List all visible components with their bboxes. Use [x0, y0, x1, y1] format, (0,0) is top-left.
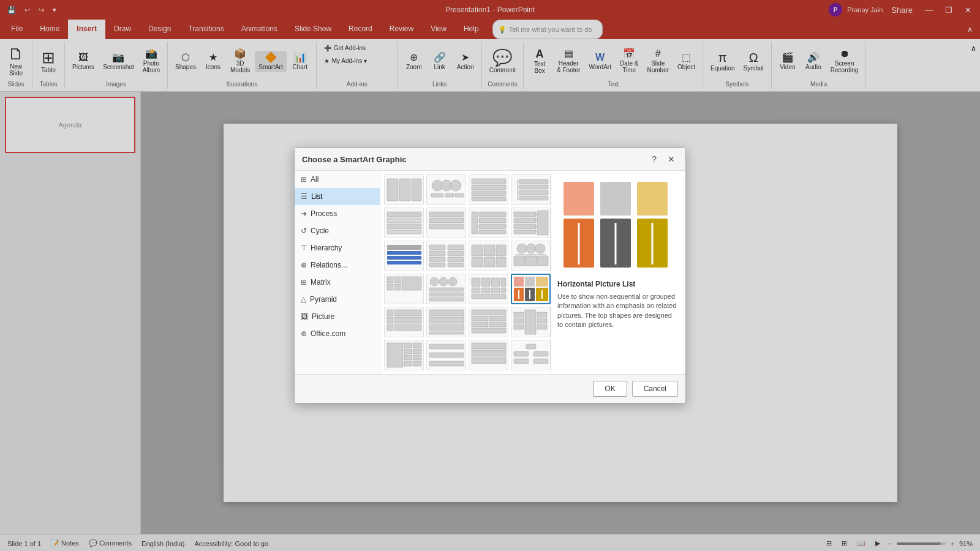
hierarchy-icon: ⊤	[301, 244, 307, 252]
category-cycle[interactable]: ↺ Cycle	[295, 222, 380, 239]
svg-rect-48	[429, 263, 445, 267]
svg-point-70	[448, 277, 457, 286]
category-list[interactable]: ☰ List	[295, 188, 380, 205]
category-all[interactable]: ⊞ All	[295, 171, 380, 188]
svg-rect-21	[387, 230, 421, 234]
svg-point-58	[535, 244, 545, 253]
svg-rect-25	[472, 212, 478, 234]
smartart-item-22[interactable]	[426, 340, 466, 370]
smartart-item-13[interactable]	[384, 274, 424, 304]
svg-rect-11	[472, 191, 506, 196]
svg-rect-96	[387, 324, 393, 331]
smartart-item-21[interactable]	[384, 340, 424, 370]
category-pyramid[interactable]: △ Pyramid	[295, 291, 380, 308]
svg-point-56	[517, 244, 527, 253]
svg-rect-51	[484, 245, 495, 256]
svg-rect-97	[394, 324, 421, 331]
svg-rect-40	[387, 261, 421, 264]
dialog-help-btn[interactable]: ?	[649, 153, 660, 165]
svg-rect-81	[501, 288, 506, 293]
smartart-item-20[interactable]	[511, 307, 551, 337]
smartart-item-11[interactable]	[469, 241, 508, 271]
office-icon: ⊕	[301, 329, 307, 338]
svg-rect-9	[472, 179, 506, 184]
svg-rect-84	[525, 277, 535, 287]
svg-rect-128	[472, 350, 506, 356]
svg-rect-18	[387, 212, 421, 217]
smartart-item-18[interactable]	[426, 307, 466, 337]
smartart-item-10[interactable]	[426, 241, 466, 271]
smartart-grid	[384, 174, 547, 370]
smartart-item-16[interactable]	[511, 274, 551, 304]
svg-rect-123	[413, 361, 421, 366]
svg-rect-111	[514, 324, 524, 329]
smartart-item-14[interactable]	[426, 274, 466, 304]
smartart-item-2[interactable]	[426, 174, 466, 205]
dialog-grid	[380, 171, 551, 374]
smartart-item-17[interactable]	[384, 307, 424, 337]
svg-rect-23	[429, 218, 464, 223]
dialog-titlebar: Choose a SmartArt Graphic ? ✕	[295, 148, 685, 171]
category-matrix[interactable]: ⊞ Matrix	[295, 274, 380, 291]
dialog-footer: OK Cancel	[295, 374, 685, 403]
svg-rect-102	[472, 310, 506, 315]
preview-title: Horizontal Picture List	[557, 280, 679, 288]
svg-rect-93	[394, 310, 421, 316]
smartart-item-3[interactable]	[469, 174, 508, 205]
svg-rect-134	[533, 359, 548, 364]
category-picture[interactable]: 🖼 Picture	[295, 308, 380, 325]
svg-rect-16	[519, 190, 548, 195]
smartart-item-24[interactable]	[511, 340, 551, 370]
svg-rect-24	[429, 224, 464, 229]
svg-rect-19	[387, 218, 421, 223]
svg-rect-0	[387, 179, 398, 201]
svg-rect-101	[429, 332, 464, 334]
category-hierarchy[interactable]: ⊤ Hierarchy	[295, 239, 380, 257]
svg-rect-136	[600, 182, 631, 216]
svg-rect-43	[448, 245, 464, 250]
process-icon: ➜	[301, 209, 307, 218]
svg-rect-118	[404, 355, 412, 360]
smartart-item-1[interactable]	[384, 174, 424, 205]
svg-rect-110	[514, 318, 524, 323]
smartart-item-12[interactable]	[511, 241, 551, 271]
category-office[interactable]: ⊕ Office.com	[295, 325, 380, 342]
smartart-item-19[interactable]	[469, 307, 508, 337]
category-relations[interactable]: ⊕ Relations...	[295, 257, 380, 274]
svg-rect-73	[429, 298, 464, 301]
svg-rect-17	[519, 196, 548, 200]
smartart-item-9[interactable]	[384, 241, 424, 271]
picture-icon: 🖼	[301, 312, 308, 321]
smartart-item-5[interactable]	[384, 208, 424, 238]
smartart-item-23[interactable]	[469, 340, 508, 370]
preview-image	[557, 177, 674, 275]
smartart-item-6[interactable]	[426, 208, 466, 238]
svg-rect-109	[514, 312, 524, 317]
svg-rect-37	[514, 230, 536, 234]
svg-rect-65	[387, 284, 393, 290]
smartart-item-15[interactable]	[469, 274, 508, 304]
svg-rect-83	[514, 277, 524, 287]
svg-rect-41	[387, 245, 421, 250]
dialog-close-btn[interactable]: ✕	[665, 153, 678, 165]
dialog-overlay: Choose a SmartArt Graphic ? ✕ ⊞ All ☰ Li…	[0, 0, 980, 551]
category-process[interactable]: ➜ Process	[295, 205, 380, 222]
svg-rect-126	[429, 361, 464, 366]
svg-rect-113	[537, 318, 547, 323]
ok-button[interactable]: OK	[593, 381, 627, 397]
svg-rect-63	[387, 277, 393, 283]
svg-rect-135	[564, 182, 594, 216]
cancel-button[interactable]: Cancel	[632, 381, 678, 397]
svg-rect-67	[402, 277, 421, 290]
svg-rect-119	[404, 361, 412, 366]
cycle-icon: ↺	[301, 227, 307, 235]
pyramid-icon: △	[301, 295, 306, 304]
smartart-item-7[interactable]	[469, 208, 508, 238]
svg-rect-115	[387, 343, 403, 367]
dialog-preview: Horizontal Picture List Use to show non-…	[551, 171, 685, 374]
svg-rect-94	[387, 317, 393, 323]
smartart-item-8[interactable]	[511, 208, 551, 238]
svg-rect-80	[491, 288, 500, 293]
smartart-item-4[interactable]	[511, 174, 551, 205]
svg-rect-129	[472, 358, 506, 364]
